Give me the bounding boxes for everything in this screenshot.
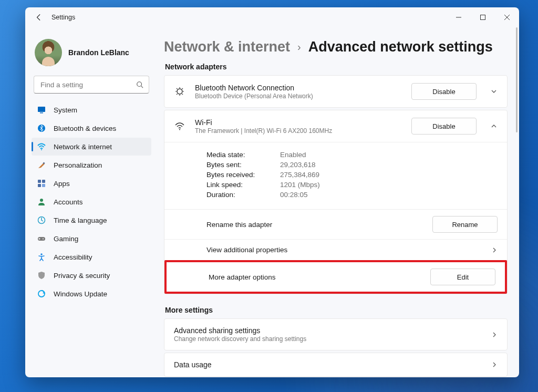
window-controls <box>447 7 519 27</box>
svg-point-2 <box>137 82 142 87</box>
detail-label: Duration: <box>206 191 264 199</box>
more-card-title: Data usage <box>174 360 491 369</box>
person-icon <box>37 197 46 207</box>
adapter-card-bluetooth[interactable]: Bluetooth Network Connection Bluetooth D… <box>164 75 508 108</box>
sidebar: Brandon LeBlanc System <box>25 27 156 377</box>
accessibility-icon <box>37 252 46 262</box>
adapter-title: Wi-Fi <box>195 118 402 127</box>
nav-label: Bluetooth & devices <box>54 125 116 132</box>
search-box[interactable] <box>34 76 149 94</box>
chevron-right-icon <box>491 247 498 253</box>
close-button[interactable] <box>495 7 519 27</box>
svg-rect-10 <box>42 180 45 183</box>
detail-label: Media state: <box>206 151 264 159</box>
rename-adapter-row: Rename this adapter Rename <box>164 210 507 240</box>
adapter-title: Bluetooth Network Connection <box>195 84 402 92</box>
avatar <box>35 39 62 66</box>
nav-label: Accessibility <box>54 253 92 261</box>
svg-rect-1 <box>481 15 485 20</box>
nav-label: Personalization <box>54 161 102 169</box>
wifi-details: Media state:Enabled Bytes sent:29,203,61… <box>164 142 507 210</box>
clock-globe-icon <box>37 215 46 225</box>
chevron-up-icon[interactable] <box>490 123 498 129</box>
nav-label: System <box>54 106 77 114</box>
nav-label: Privacy & security <box>54 272 110 280</box>
settings-window: Settings Brandon LeBlanc <box>25 7 519 377</box>
nav-label: Accounts <box>54 198 83 206</box>
nav-label: Apps <box>54 180 70 188</box>
view-properties-row[interactable]: View additional properties <box>164 240 507 261</box>
detail-value: 1201 (Mbps) <box>280 181 320 189</box>
scrollbar-thumb[interactable] <box>516 27 518 132</box>
search-icon <box>136 81 143 88</box>
view-properties-label: View additional properties <box>206 246 491 254</box>
titlebar: Settings <box>25 7 519 27</box>
paintbrush-icon <box>37 160 46 170</box>
section-more-settings: More settings <box>165 306 508 314</box>
back-button[interactable] <box>34 12 44 23</box>
nav-item-privacy[interactable]: Privacy & security <box>32 266 151 284</box>
main-content: Network & internet › Advanced network se… <box>156 27 519 377</box>
chevron-right-icon <box>491 362 498 368</box>
adapter-card-wifi: Wi-Fi The Framework | Intel(R) Wi-Fi 6 A… <box>164 110 508 294</box>
nav-label: Windows Update <box>54 290 107 298</box>
svg-point-17 <box>40 253 43 255</box>
shield-icon <box>37 271 46 280</box>
gamepad-icon <box>37 234 46 243</box>
system-icon <box>37 105 46 115</box>
maximize-button[interactable] <box>471 7 495 27</box>
minimize-button[interactable] <box>447 7 471 27</box>
svg-line-3 <box>141 86 143 88</box>
more-adapter-options-row: More adapter options Edit <box>167 262 505 292</box>
rename-label: Rename this adapter <box>206 221 432 229</box>
apps-icon <box>37 179 46 188</box>
nav-item-apps[interactable]: Apps <box>32 174 151 192</box>
detail-label: Bytes received: <box>206 171 264 179</box>
more-card-subtitle: Change network discovery and sharing set… <box>174 335 491 343</box>
svg-point-13 <box>40 199 43 202</box>
disable-button[interactable]: Disable <box>411 83 477 100</box>
update-icon <box>37 289 46 298</box>
nav-item-accounts[interactable]: Accounts <box>32 193 151 211</box>
svg-point-19 <box>177 89 182 94</box>
svg-rect-4 <box>38 107 45 112</box>
detail-label: Bytes sent: <box>206 161 264 169</box>
breadcrumb-parent[interactable]: Network & internet <box>164 39 290 55</box>
nav-item-network[interactable]: Network & internet <box>32 138 151 156</box>
more-card-advanced-sharing[interactable]: Advanced sharing settings Change network… <box>164 318 508 350</box>
svg-rect-11 <box>38 184 41 187</box>
nav-item-gaming[interactable]: Gaming <box>32 230 151 247</box>
more-card-data-usage[interactable]: Data usage <box>164 353 508 377</box>
detail-value: Enabled <box>280 151 306 159</box>
detail-label: Link speed: <box>206 181 264 189</box>
adapter-subtitle: Bluetooth Device (Personal Area Network) <box>195 92 402 100</box>
edit-button[interactable]: Edit <box>430 269 495 285</box>
nav-item-bluetooth[interactable]: Bluetooth & devices <box>32 119 151 137</box>
more-options-label: More adapter options <box>209 273 430 281</box>
search-input[interactable] <box>39 80 136 89</box>
nav-item-personalization[interactable]: Personalization <box>32 156 151 174</box>
highlight-annotation: More adapter options Edit <box>164 260 507 294</box>
svg-point-7 <box>41 149 42 150</box>
rename-button[interactable]: Rename <box>432 216 498 233</box>
chevron-down-icon[interactable] <box>490 88 498 95</box>
detail-value: 29,203,618 <box>280 161 316 169</box>
breadcrumb-current: Advanced network settings <box>308 39 493 55</box>
profile[interactable]: Brandon LeBlanc <box>32 33 151 76</box>
detail-value: 00:28:05 <box>280 191 308 199</box>
scrollbar-track[interactable] <box>516 27 519 377</box>
nav-label: Network & internet <box>54 143 112 151</box>
wifi-icon <box>37 142 46 151</box>
nav-item-time-language[interactable]: Time & language <box>32 211 151 229</box>
svg-point-20 <box>179 129 180 130</box>
adapter-header-wifi[interactable]: Wi-Fi The Framework | Intel(R) Wi-Fi 6 A… <box>164 110 507 142</box>
detail-value: 275,384,869 <box>280 171 319 179</box>
more-card-title: Advanced sharing settings <box>174 326 491 335</box>
disable-button[interactable]: Disable <box>411 118 477 135</box>
nav-item-accessibility[interactable]: Accessibility <box>32 248 151 266</box>
nav-item-windows-update[interactable]: Windows Update <box>32 285 151 303</box>
wifi-adapter-icon <box>174 120 185 132</box>
nav-item-system[interactable]: System <box>32 101 151 119</box>
profile-name: Brandon LeBlanc <box>68 48 129 57</box>
bluetooth-adapter-icon <box>174 86 185 97</box>
